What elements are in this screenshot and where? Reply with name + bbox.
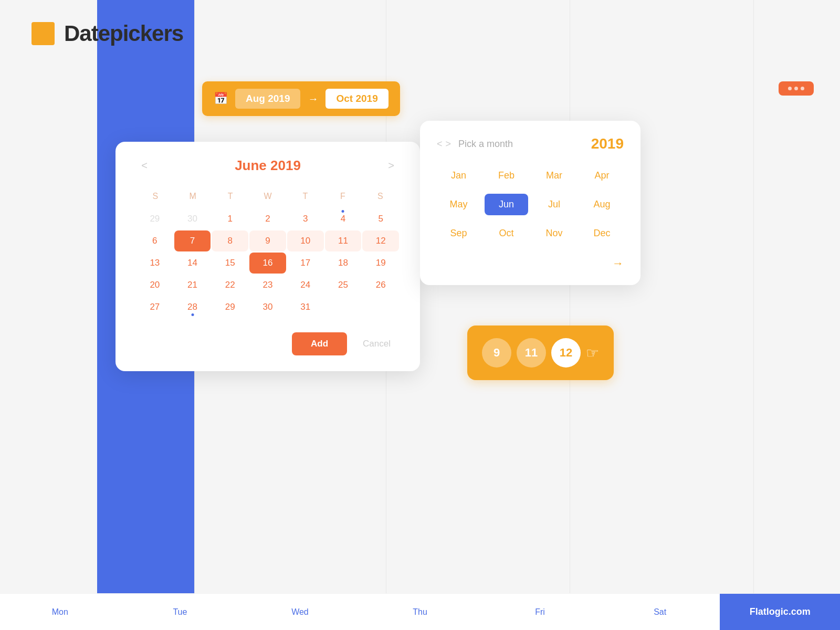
- calendar-day[interactable]: 29: [212, 297, 248, 318]
- calendar-day[interactable]: 29: [136, 208, 173, 229]
- calendar-day[interactable]: 22: [212, 275, 248, 296]
- calendar-day[interactable]: [325, 297, 362, 318]
- calendar-day[interactable]: 20: [136, 275, 173, 296]
- brand-label: Flatlogic.com: [720, 594, 840, 630]
- calendar-day[interactable]: 15: [212, 253, 248, 274]
- dot1: [788, 87, 792, 90]
- bottom-wed: Wed: [240, 607, 360, 617]
- month-option[interactable]: Jul: [532, 194, 576, 215]
- day-label-s2: S: [362, 188, 399, 204]
- calendar-day[interactable]: 19: [362, 253, 399, 274]
- bottom-mon: Mon: [0, 607, 120, 617]
- calendar-day[interactable]: 5: [362, 208, 399, 229]
- month-picker-grid: JanFebMarAprMayJunJulAugSepOctNovDec: [437, 165, 624, 244]
- day-label-t2: T: [287, 188, 324, 204]
- bottom-fri: Fri: [480, 607, 600, 617]
- calendar-day[interactable]: 16: [249, 253, 286, 274]
- calendar-day[interactable]: 30: [174, 208, 211, 229]
- calendar-day[interactable]: [362, 297, 399, 318]
- calendar-day[interactable]: 17: [287, 253, 324, 274]
- day-label-m: M: [174, 188, 211, 204]
- month-picker-year: 2019: [591, 135, 624, 152]
- title-accent: [32, 22, 55, 45]
- month-option[interactable]: Feb: [485, 165, 528, 186]
- month-picker-next[interactable]: >: [446, 139, 452, 150]
- calendar-day-labels: S M T W T F S: [136, 188, 399, 204]
- calendar-day[interactable]: 25: [325, 275, 362, 296]
- end-date[interactable]: Oct 2019: [326, 89, 388, 109]
- day-label-t1: T: [212, 188, 249, 204]
- start-date[interactable]: Aug 2019: [235, 89, 300, 109]
- calendar-icon: 📅: [214, 92, 228, 106]
- calendar-day[interactable]: 26: [362, 275, 399, 296]
- month-picker: < > Pick a month 2019 JanFebMarAprMayJun…: [420, 121, 640, 285]
- calendar-day[interactable]: 21: [174, 275, 211, 296]
- dot2: [794, 87, 798, 90]
- date-range-bar[interactable]: 📅 Aug 2019 → Oct 2019: [202, 81, 400, 116]
- calendar-day[interactable]: 7: [174, 230, 211, 251]
- month-option[interactable]: Aug: [580, 194, 624, 215]
- month-picker-footer: →: [437, 257, 624, 270]
- day-number[interactable]: 11: [517, 338, 546, 368]
- cancel-button[interactable]: Cancel: [354, 332, 399, 355]
- calendar-day[interactable]: 31: [287, 297, 324, 318]
- cursor-icon: ☞: [586, 344, 599, 362]
- month-picker-title: Pick a month: [458, 139, 513, 150]
- month-option[interactable]: May: [437, 194, 480, 215]
- calendar-day[interactable]: 24: [287, 275, 324, 296]
- calendar-title: June 2019: [152, 158, 383, 174]
- calendar-day[interactable]: 3: [287, 208, 324, 229]
- month-option[interactable]: Jan: [437, 165, 480, 186]
- bottom-tue: Tue: [120, 607, 240, 617]
- month-option[interactable]: Oct: [485, 223, 528, 244]
- calendar-day[interactable]: 4: [325, 208, 362, 229]
- month-option[interactable]: Mar: [532, 165, 576, 186]
- page-title: Datepickers: [64, 21, 183, 46]
- main-calendar: < June 2019 > S M T W T F S 293012345678…: [116, 142, 420, 371]
- day-label-f: F: [324, 188, 361, 204]
- calendar-header: < June 2019 >: [136, 158, 399, 174]
- calendar-day[interactable]: 27: [136, 297, 173, 318]
- calendar-day[interactable]: 18: [325, 253, 362, 274]
- calendar-day[interactable]: 23: [249, 275, 286, 296]
- calendar-day[interactable]: 14: [174, 253, 211, 274]
- calendar-day[interactable]: 6: [136, 230, 173, 251]
- month-picker-arrow[interactable]: →: [612, 257, 624, 270]
- calendar-day[interactable]: 11: [325, 230, 362, 251]
- month-option[interactable]: Jun: [485, 194, 528, 215]
- day-picker: 91112☞: [467, 326, 614, 380]
- calendar-day[interactable]: 8: [212, 230, 248, 251]
- bottom-thu: Thu: [360, 607, 480, 617]
- calendar-day[interactable]: 10: [287, 230, 324, 251]
- calendar-grid: 2930123456789101112131415161718192021222…: [136, 208, 399, 318]
- calendar-day[interactable]: 30: [249, 297, 286, 318]
- prev-month-button[interactable]: <: [136, 160, 152, 172]
- day-number[interactable]: 12: [551, 338, 581, 368]
- more-options-button[interactable]: [779, 81, 814, 96]
- calendar-day[interactable]: 28: [174, 297, 211, 318]
- next-month-button[interactable]: >: [383, 160, 399, 172]
- calendar-day[interactable]: 13: [136, 253, 173, 274]
- day-number[interactable]: 9: [482, 338, 511, 368]
- month-picker-header: < > Pick a month 2019: [437, 135, 624, 152]
- dot3: [801, 87, 804, 90]
- month-picker-prev[interactable]: <: [437, 139, 443, 150]
- month-option[interactable]: Dec: [580, 223, 624, 244]
- calendar-day[interactable]: 2: [249, 208, 286, 229]
- page-header: Datepickers: [32, 21, 183, 46]
- day-label-w: W: [249, 188, 286, 204]
- month-option[interactable]: Apr: [580, 165, 624, 186]
- bottom-bar: Mon Tue Wed Thu Fri Sat Flatlogic.com: [0, 593, 840, 630]
- calendar-footer: Add Cancel: [136, 332, 399, 355]
- month-option[interactable]: Nov: [532, 223, 576, 244]
- bottom-sat: Sat: [600, 607, 720, 617]
- calendar-day[interactable]: 1: [212, 208, 248, 229]
- range-arrow: →: [308, 93, 318, 105]
- day-label-s1: S: [136, 188, 174, 204]
- calendar-day[interactable]: 9: [249, 230, 286, 251]
- add-button[interactable]: Add: [292, 332, 347, 355]
- month-option[interactable]: Sep: [437, 223, 480, 244]
- calendar-day[interactable]: 12: [362, 230, 399, 251]
